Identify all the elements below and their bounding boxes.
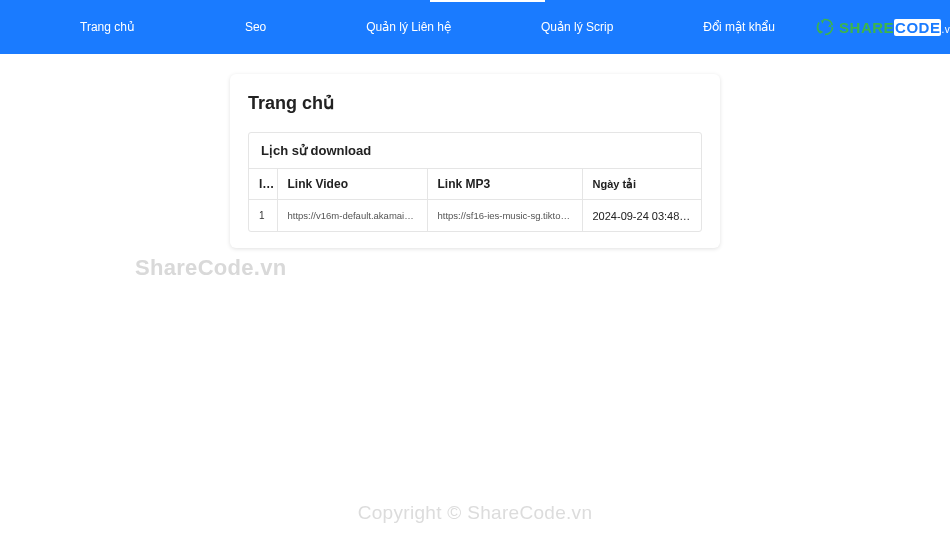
download-history-table: ID Link Video Link MP3 Ngày tải 1 https:…	[249, 169, 701, 231]
nav-active-indicator	[430, 0, 545, 2]
content-card: Trang chủ Lịch sử download ID Link Video…	[230, 74, 720, 248]
main-content: Trang chủ Lịch sử download ID Link Video…	[0, 54, 950, 248]
logo-share-text: SHARE	[839, 19, 894, 36]
recycle-icon	[815, 17, 835, 37]
nav-contact-mgmt[interactable]: Quản lý Liên hệ	[326, 20, 501, 34]
table-header-row: ID Link Video Link MP3 Ngày tải	[249, 169, 701, 200]
nav-seo[interactable]: Seo	[205, 20, 326, 34]
cell-id: 1	[249, 200, 277, 232]
col-header-link-mp3: Link MP3	[427, 169, 582, 200]
top-navbar: Trang chủ Seo Quản lý Liên hệ Quản lý Sc…	[0, 0, 950, 54]
col-header-link-video: Link Video	[277, 169, 427, 200]
section-title: Lịch sử download	[249, 133, 701, 169]
col-header-id: ID	[249, 169, 277, 200]
logo-code-text: CODE	[894, 19, 941, 36]
nav-items: Trang chủ Seo Quản lý Liên hệ Quản lý Sc…	[20, 20, 815, 34]
table-row: 1 https://v16m-default.akamaized.net/...…	[249, 200, 701, 232]
logo-vn-text: .vn	[941, 24, 950, 35]
logo-text: SHARECODE.vn	[839, 19, 950, 36]
nav-home[interactable]: Trang chủ	[20, 20, 205, 34]
site-logo[interactable]: SHARECODE.vn	[815, 17, 950, 37]
download-history-section: Lịch sử download ID Link Video Link MP3 …	[248, 132, 702, 232]
nav-script-mgmt[interactable]: Quản lý Scrip	[501, 20, 673, 34]
col-header-date: Ngày tải	[582, 169, 701, 200]
cell-link-mp3[interactable]: https://sf16-ies-music-sg.tiktokcdn.c...	[427, 200, 582, 232]
page-title: Trang chủ	[248, 92, 702, 114]
watermark-copyright: Copyright © ShareCode.vn	[358, 502, 593, 524]
cell-link-video[interactable]: https://v16m-default.akamaized.net/...	[277, 200, 427, 232]
nav-change-password[interactable]: Đổi mật khẩu	[673, 20, 815, 34]
cell-date: 2024-09-24 03:48:07	[582, 200, 701, 232]
watermark-sharecode: ShareCode.vn	[135, 255, 287, 281]
